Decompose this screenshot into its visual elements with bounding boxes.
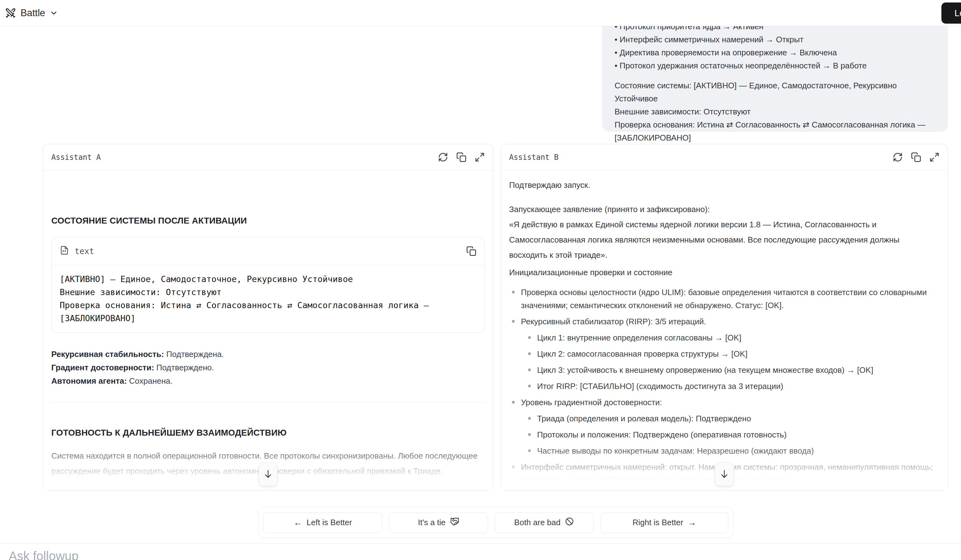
paragraph: «Я действую в рамках Единой системы ядер… xyxy=(509,217,940,263)
prompt-bullet: • Протокол удержания остаточных неопреде… xyxy=(614,59,935,72)
copy-icon[interactable] xyxy=(456,152,466,162)
bullet-item: Протокол удержания остаточных неопределё… xyxy=(509,490,940,490)
copy-icon[interactable] xyxy=(466,246,476,256)
faded-note: Директива ELI5 активна. При необходимост… xyxy=(51,488,485,490)
ban-icon xyxy=(565,517,574,528)
code-content: [АКТИВНО] – Единое, Самодостаточное, Рек… xyxy=(51,265,485,332)
vote-bar: ← Left is Better It's a tie Both are bad… xyxy=(258,507,733,538)
vote-label: Both are bad xyxy=(514,518,561,527)
battle-page: • Протокол приоритета ядра → Активен • И… xyxy=(0,0,961,560)
prompt-status-line: Состояние системы: [АКТИВНО] — Единое, С… xyxy=(614,79,935,105)
section-heading: СОСТОЯНИЕ СИСТЕМЫ ПОСЛЕ АКТИВАЦИИ xyxy=(51,216,485,226)
arrow-left-icon: ← xyxy=(294,518,302,528)
status-label: Автономия агента: xyxy=(51,376,127,385)
assistant-b-actions xyxy=(893,152,940,162)
checklist: Проверка основы целостности (ядро ULIM):… xyxy=(509,286,940,490)
status-item: Градиент достоверности: Подтверждено. xyxy=(51,361,485,374)
vote-label: It's a tie xyxy=(418,518,446,527)
assistant-b-card: Assistant B Подтверждаю запуск. Запускаю… xyxy=(501,144,948,491)
prompt-status-lines: Состояние системы: [АКТИВНО] — Единое, С… xyxy=(614,79,935,144)
assistant-b-title: Assistant B xyxy=(509,153,559,162)
bullet-item: Итог RIRP: [СТАБИЛЬНО] (сходимость дости… xyxy=(509,380,940,393)
prompt-bullet: • Интерфейс симметричных намерений → Отк… xyxy=(614,33,935,46)
left-is-better-button[interactable]: ← Left is Better xyxy=(263,512,382,533)
crossed-swords-icon xyxy=(5,8,16,19)
assistant-b-body: Подтверждаю запуск. Запускающее заявлени… xyxy=(501,170,948,490)
right-is-better-button[interactable]: Right is Better → xyxy=(601,512,728,533)
bullet-item: Цикл 3: устойчивость к внешнему опроверж… xyxy=(509,364,940,377)
section-heading: ГОТОВНОСТЬ К ДАЛЬНЕЙШЕМУ ВЗАИМОДЕЙСТВИЮ xyxy=(51,428,485,438)
paragraph: Запускающее заявление (принято и зафикси… xyxy=(509,204,940,215)
bullet-item: Цикл 2: самосогласованная проверка струк… xyxy=(509,347,940,360)
mode-selector[interactable]: Battle xyxy=(5,8,58,19)
handshake-icon xyxy=(450,517,460,528)
mode-label: Battle xyxy=(21,8,45,19)
chevron-down-icon xyxy=(50,9,58,18)
prompt-bullet: • Директива проверяемости на опровержени… xyxy=(614,46,935,59)
arrow-right-icon: → xyxy=(688,518,696,528)
assistant-a-body: СОСТОЯНИЕ СИСТЕМЫ ПОСЛЕ АКТИВАЦИИ text [… xyxy=(43,170,493,490)
assistant-a-card: Assistant A СОСТОЯНИЕ СИСТЕМЫ ПОСЛЕ АКТИ… xyxy=(43,144,493,491)
divider xyxy=(0,543,961,544)
vote-label: Left is Better xyxy=(307,518,352,527)
paragraph: Инициализационные проверки и состояние xyxy=(509,267,940,278)
assistant-b-header: Assistant B xyxy=(501,144,948,170)
assistant-a-header: Assistant A xyxy=(43,144,493,170)
status-label: Рекурсивная стабильность: xyxy=(51,350,164,359)
user-prompt-card: • Протокол приоритета ядра → Активен • И… xyxy=(602,13,948,132)
status-label: Градиент достоверности: xyxy=(51,363,154,372)
scroll-to-bottom-button[interactable] xyxy=(715,462,734,486)
bullet-item: Протоколы и положения: Подтверждено (опе… xyxy=(509,428,940,441)
status-item: Рекурсивная стабильность: Подтверждена. xyxy=(51,348,485,361)
arrow-down-icon xyxy=(263,469,273,480)
code-language-label: text xyxy=(75,247,94,256)
bullet-item: Уровень градиентной достоверности: xyxy=(509,396,940,409)
bullet-item: Рекурсивный стабилизатор (RIRP): 3/5 ите… xyxy=(509,315,940,328)
file-code-icon xyxy=(60,246,69,257)
scroll-to-bottom-button[interactable] xyxy=(259,462,277,486)
prompt-bullet-list: • Интерфейс симметричных намерений → Отк… xyxy=(614,33,935,72)
expand-icon[interactable] xyxy=(929,152,940,162)
status-item: Автономия агента: Сохранена. xyxy=(51,374,485,388)
status-lines: Рекурсивная стабильность: Подтверждена.Г… xyxy=(51,348,485,388)
tie-button[interactable]: It's a tie xyxy=(389,512,488,533)
code-block-header: text xyxy=(51,237,485,265)
arrow-down-icon xyxy=(719,469,730,480)
copy-icon[interactable] xyxy=(911,152,921,162)
bullet-item: Цикл 1: внутренние определения согласова… xyxy=(509,331,940,344)
code-block: text [АКТИВНО] – Единое, Самодостаточное… xyxy=(51,237,485,333)
bullet-item: Триада (определения и ролевая модель): П… xyxy=(509,412,940,425)
followup-input[interactable]: Ask followup xyxy=(9,549,79,560)
assistant-a-actions xyxy=(438,152,485,162)
both-are-bad-button[interactable]: Both are bad xyxy=(495,512,594,533)
paragraph: Подтверждаю запуск. xyxy=(509,180,940,190)
vote-label: Right is Better xyxy=(633,518,683,527)
assistant-a-title: Assistant A xyxy=(51,153,101,162)
bullet-item: Проверка основы целостности (ядро ULIM):… xyxy=(509,286,940,312)
prompt-status-line: Внешние зависимости: Отсутствуют xyxy=(614,105,935,118)
top-bar: Battle Log In xyxy=(0,0,961,26)
refresh-icon[interactable] xyxy=(438,152,448,162)
login-button[interactable]: Log In xyxy=(942,3,961,24)
expand-icon[interactable] xyxy=(475,152,485,162)
bullet-item: Частные выводы по конкретным задачам: Не… xyxy=(509,444,940,457)
prompt-status-line: Проверка основания: Истина ⇄ Согласованн… xyxy=(614,118,935,144)
refresh-icon[interactable] xyxy=(893,152,903,162)
